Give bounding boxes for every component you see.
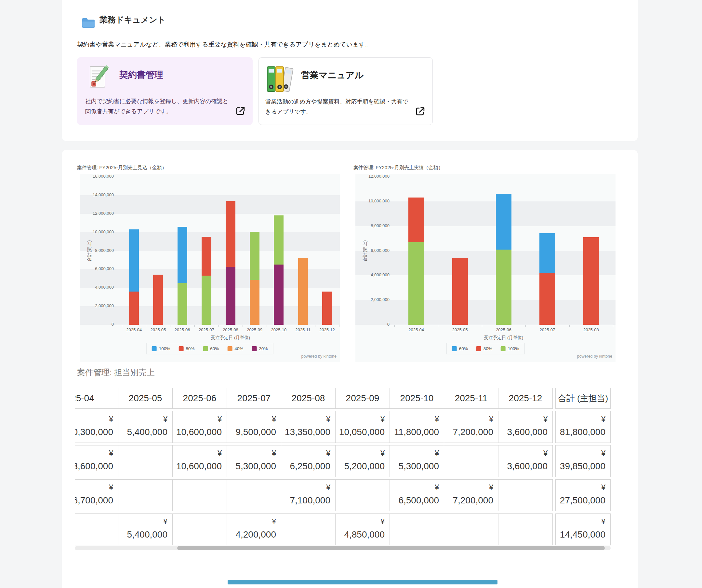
grid-band (355, 226, 615, 251)
currency-symbol: ¥ (498, 414, 548, 425)
table-cell (498, 513, 553, 546)
table-cell: ¥10,600,000 (172, 445, 227, 477)
x-axis-tick-label: 2025-10 (267, 327, 291, 332)
legend-label: 40% (234, 346, 243, 351)
table-cell: ¥7,200,000 (444, 411, 498, 443)
table-cell (336, 479, 390, 511)
currency-symbol: ¥ (227, 448, 276, 459)
cell-value: 3,600,000 (498, 459, 548, 474)
y-axis-tick-label: 10,000,000 (80, 229, 114, 234)
y-axis-title: 合計(売上) (362, 240, 368, 261)
legend-swatch-icon (152, 346, 157, 351)
table-header-cell: 2025-11 (444, 388, 498, 409)
currency-symbol: ¥ (390, 414, 439, 425)
table-cell: ¥6,250,000 (281, 445, 336, 477)
legend-label: 100% (159, 346, 170, 351)
x-axis-tick (195, 325, 195, 327)
grid-band (355, 251, 615, 276)
app-card-sales-manual[interactable]: 営業マニュアル 営業活動の進め方や提案資料、対応手順を確認・共有できるアプリです… (258, 57, 433, 125)
table-row: ¥10,300,000¥5,400,000¥10,600,000¥9,500,0… (75, 411, 611, 443)
table-header-cell: 2025-04 (75, 388, 118, 409)
x-axis-tick-label: 2025-04 (122, 327, 146, 332)
table-cell (118, 479, 172, 511)
table-header-cell: 2025-09 (336, 388, 390, 409)
column-gap (553, 445, 555, 477)
y-axis-tick-label: 10,000,000 (355, 198, 389, 203)
table-cell: ¥7,200,000 (444, 479, 498, 511)
external-link-icon[interactable] (235, 106, 245, 116)
bar-segment (540, 233, 555, 273)
y-axis-tick-label: 2,000,000 (80, 303, 114, 308)
table-header-cell: 合計 (主担当) (555, 388, 611, 409)
cell-value: 6,500,000 (390, 493, 439, 508)
table-cell (227, 479, 281, 511)
grid-band (355, 300, 615, 325)
y-axis-tick-label: 8,000,000 (80, 248, 114, 253)
table-cell (172, 513, 227, 546)
column-header-label: 2025-10 (400, 393, 434, 403)
memo-pencil-icon (86, 65, 113, 92)
table-cell (390, 513, 444, 546)
table-cell: ¥13,350,000 (281, 411, 336, 443)
y-axis-tick-label: 4,000,000 (80, 285, 114, 290)
documents-panel: 業務ドキュメント 契約書や営業マニュアルなど、業務で利用する重要な資料を確認・共… (62, 0, 638, 141)
y-axis-tick-label: 0 (355, 322, 389, 327)
powered-by-kintone-label: powered by kintone (577, 354, 612, 359)
x-axis-tick-label: 2025-08 (569, 327, 613, 332)
x-axis-tick (122, 325, 122, 327)
grid-band (355, 201, 615, 226)
bar-segment (583, 237, 599, 325)
currency-symbol: ¥ (556, 448, 605, 459)
app-card-contract-management[interactable]: 契約書管理 社内で契約書に必要な情報を登録し、更新内容の確認と関係者共有ができる… (77, 57, 253, 125)
currency-symbol: ¥ (556, 414, 605, 425)
currency-symbol: ¥ (390, 482, 439, 493)
chart-title: 案件管理: FY2025-月別売上実績（金額） (353, 165, 443, 171)
bar-segment (298, 258, 308, 325)
y-axis-tick-label: 12,000,000 (80, 211, 114, 216)
cell-value: 11,800,000 (390, 425, 439, 439)
currency-symbol: ¥ (227, 516, 276, 527)
y-axis-tick-label: 0 (80, 322, 114, 327)
legend-swatch-icon (203, 346, 208, 351)
x-axis-tick (219, 325, 219, 327)
column-gap (553, 411, 555, 443)
cell-value: 5,300,000 (227, 459, 276, 474)
y-axis-tick-label: 6,000,000 (80, 266, 114, 271)
bar-segment (408, 242, 424, 325)
cell-value: 7,200,000 (444, 493, 493, 508)
x-axis-tick-label: 2025-09 (243, 327, 267, 332)
binders-icon (265, 63, 296, 94)
legend-item: 100% (501, 346, 519, 351)
table-cell: ¥5,200,000 (336, 445, 390, 477)
bar-segment (250, 280, 259, 325)
horizontal-scrollbar[interactable] (75, 546, 611, 550)
table-cell: ¥4,200,000 (227, 513, 281, 546)
bar-segment (322, 292, 332, 325)
table-header-cell: 2025-10 (390, 388, 444, 409)
grid-band (80, 177, 340, 195)
currency-symbol: ¥ (336, 414, 385, 425)
table-cell: ¥10,300,000 (75, 411, 118, 443)
table-header-cell: 2025-08 (281, 388, 336, 409)
chart-legend: 60%80%100% (446, 343, 525, 354)
legend-swatch-icon (227, 346, 232, 351)
table-header-row: 2025-042025-052025-062025-072025-082025-… (75, 388, 611, 409)
x-axis-tick-label: 2025-06 (170, 327, 194, 332)
x-axis-tick-label: 2025-07 (525, 327, 569, 332)
cell-value: 5,300,000 (390, 459, 439, 474)
cell-value: 10,050,000 (336, 425, 385, 439)
legend-swatch-icon (179, 346, 184, 351)
currency-symbol: ¥ (118, 414, 167, 425)
currency-symbol: ¥ (556, 482, 605, 493)
legend-item: 80% (179, 346, 195, 351)
legend-label: 60% (210, 346, 219, 351)
cell-value: 4,850,000 (336, 527, 385, 542)
column-header-label: 2025-05 (129, 393, 162, 403)
external-link-icon[interactable] (415, 106, 425, 116)
cell-value: 7,200,000 (444, 425, 493, 439)
table-cell: ¥5,300,000 (390, 445, 444, 477)
table-cell: ¥11,800,000 (390, 411, 444, 443)
y-axis-tick-label: 4,000,000 (355, 272, 389, 277)
scrollbar-thumb[interactable] (177, 546, 605, 550)
legend-swatch-icon (501, 346, 506, 351)
